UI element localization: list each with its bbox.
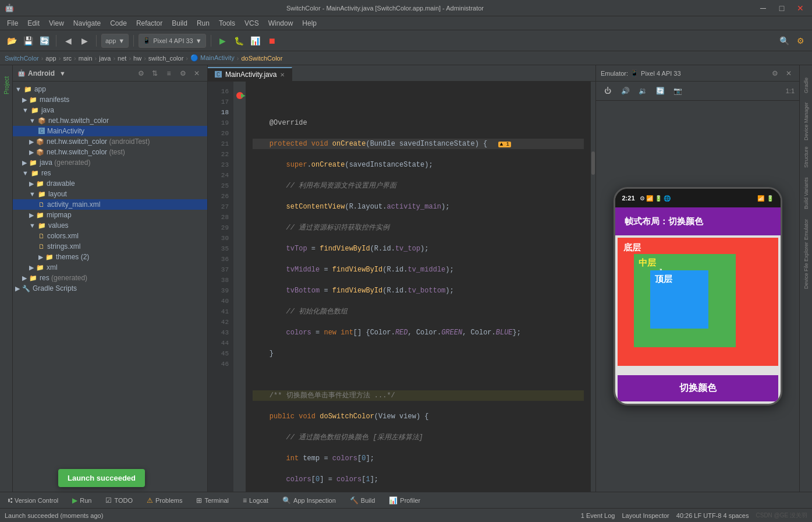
gear-action[interactable]: ⚙ (177, 68, 189, 79)
phone-switch-button[interactable]: 切换颜色 (618, 375, 778, 401)
emulator-volume-down[interactable]: 🔉 (636, 84, 650, 98)
expand-action[interactable]: ⇅ (149, 68, 161, 79)
line-28: 28 (208, 212, 233, 223)
version-control-tool[interactable]: ⑆ Version Control (5, 492, 62, 508)
tree-item-activity-main[interactable]: 🗋 activity_main.xml (13, 199, 207, 210)
tree-item-gradle[interactable]: ▶ 🔧 Gradle Scripts (13, 283, 207, 294)
line-45: 45 (208, 348, 233, 359)
tree-item-package[interactable]: ▼ 📦 net.hw.switch_color (13, 115, 207, 126)
project-tool-button[interactable]: Project (1, 68, 12, 103)
menu-refactor[interactable]: Refactor (132, 18, 167, 29)
close-sidebar[interactable]: ✕ (191, 68, 203, 79)
debug-button[interactable]: 🐛 (232, 34, 246, 48)
minimize-button[interactable]: ─ (756, 1, 770, 15)
terminal-tool[interactable]: ⊞ Terminal (193, 492, 232, 508)
menu-navigate[interactable]: Navigate (69, 18, 105, 29)
breadcrumb-switchcolor[interactable]: SwitchColor (5, 55, 39, 62)
device-file-explorer-button[interactable]: Device File Explorer (800, 248, 812, 283)
tree-item-drawable[interactable]: ▶ 📁 drawable (13, 178, 207, 189)
breadcrumb-mainactivity[interactable]: 🔵 MainActivity (190, 54, 235, 62)
sync-action[interactable]: ⚙ (135, 68, 147, 79)
profiler-tool[interactable]: 📊 Profiler (385, 492, 424, 508)
tree-item-colors[interactable]: 🗋 colors.xml (13, 231, 207, 241)
toolbar-open[interactable]: 📂 (5, 34, 19, 48)
structure-tool-button[interactable]: Structure (800, 140, 812, 175)
close-button[interactable]: ✕ (793, 1, 807, 15)
line-numbers: 16 17 18 19 20 21 22 23 24 25 26 27 28 2… (208, 82, 234, 492)
device-manager-tool-button[interactable]: Device Manager (800, 104, 812, 139)
code-content[interactable]: @Override protected void onCreate(Bundle… (246, 82, 591, 492)
app-inspection-label: App Inspection (293, 497, 336, 504)
toolbar-save[interactable]: 💾 (21, 34, 35, 48)
event-log-link[interactable]: 1 Event Log (581, 512, 615, 519)
tree-item-layout[interactable]: ▼ 📁 layout (13, 189, 207, 199)
settings-button[interactable]: ⚙ (793, 34, 807, 48)
menu-tools[interactable]: Tools (214, 18, 240, 29)
android-dropdown-icon[interactable]: ▼ (59, 70, 66, 77)
tree-item-test[interactable]: ▶ 📦 net.hw.switch_color (test) (13, 147, 207, 157)
breadcrumb-src[interactable]: src (63, 55, 72, 62)
maximize-button[interactable]: □ (775, 1, 789, 15)
emulator-power[interactable]: ⏻ (601, 84, 615, 98)
scrollbar-thumb[interactable] (591, 151, 595, 175)
app-inspection-tool[interactable]: 🔍 App Inspection (279, 492, 339, 508)
tree-item-java[interactable]: ▼ 📁 java (13, 105, 207, 115)
breadcrumb-main[interactable]: main (79, 55, 93, 62)
menu-view[interactable]: View (44, 18, 69, 29)
breadcrumb-hw[interactable]: hw (133, 55, 141, 62)
tree-item-res-gen[interactable]: ▶ 📁 res (generated) (13, 273, 207, 283)
problems-tool[interactable]: ⚠ Problems (143, 492, 186, 508)
breadcrumb-switch-color[interactable]: switch_color (148, 55, 184, 62)
tree-item-strings[interactable]: 🗋 strings.xml (13, 241, 207, 252)
breadcrumb-app[interactable]: app (45, 55, 56, 62)
menu-build[interactable]: Build (167, 18, 192, 29)
breadcrumb-net[interactable]: net (118, 55, 126, 62)
menu-vcs[interactable]: VCS (240, 18, 264, 29)
tree-item-res[interactable]: ▼ 📁 res (13, 168, 207, 178)
menu-code[interactable]: Code (105, 18, 132, 29)
menu-file[interactable]: File (2, 18, 23, 29)
build-tool[interactable]: 🔨 Build (346, 492, 378, 508)
run-tool[interactable]: ▶ Run (69, 492, 95, 508)
logcat-tool[interactable]: ≡ Logcat (239, 492, 272, 508)
menu-run[interactable]: Run (192, 18, 214, 29)
build-variants-tool-button[interactable]: Build Variants (800, 176, 812, 211)
toolbar-forward[interactable]: ▶ (77, 34, 91, 48)
breadcrumb-java[interactable]: java (99, 55, 111, 62)
toolbar-sync[interactable]: 🔄 (37, 34, 51, 48)
tree-item-manifests[interactable]: ▶ 📁 manifests (13, 94, 207, 105)
tree-item-themes[interactable]: ▶ 📁 themes (2) (13, 252, 207, 262)
layout-inspector-link[interactable]: Layout Inspector (622, 512, 669, 519)
toolbar-back[interactable]: ◀ (61, 34, 75, 48)
emulator-screenshot[interactable]: 📷 (671, 84, 685, 98)
run-button[interactable]: ▶ (216, 34, 230, 48)
breadcrumb-doswitchcolor[interactable]: doSwitchColor (241, 55, 282, 62)
app-selector[interactable]: app ▼ (101, 34, 129, 48)
tree-item-androidtest[interactable]: ▶ 📦 net.hw.switch_color (androidTest) (13, 136, 207, 147)
tree-item-xml[interactable]: ▶ 📁 xml (13, 262, 207, 273)
stop-button[interactable]: ⏹ (265, 34, 279, 48)
menu-help[interactable]: Help (297, 18, 321, 29)
tree-item-mainactivity[interactable]: 🅲 MainActivity (13, 126, 207, 136)
code-editor[interactable]: 16 17 18 19 20 21 22 23 24 25 26 27 28 2… (208, 82, 595, 492)
emulator-rotate[interactable]: 🔄 (653, 84, 667, 98)
tab-close[interactable]: ✕ (280, 72, 285, 78)
editor-tab-mainactivity[interactable]: 🅲 MainActivity.java ✕ (208, 67, 292, 81)
profile-button[interactable]: 📊 (249, 34, 263, 48)
tree-item-values[interactable]: ▼ 📁 values (13, 220, 207, 231)
search-everywhere-button[interactable]: 🔍 (777, 34, 791, 48)
menu-edit[interactable]: Edit (23, 18, 44, 29)
tree-item-app[interactable]: ▼ 📁 app (13, 84, 207, 94)
device-selector[interactable]: 📱 Pixel 4 API 33 ▼ (139, 34, 205, 48)
menu-window[interactable]: Window (264, 18, 298, 29)
todo-tool[interactable]: ☑ TODO (102, 492, 136, 508)
gradle-tool-button[interactable]: Gradle (800, 68, 812, 103)
collapse-action[interactable]: ≡ (163, 68, 175, 79)
tree-item-mipmap[interactable]: ▶ 📁 mipmap (13, 210, 207, 220)
line-16: 16 (208, 86, 233, 97)
tree-item-java-gen[interactable]: ▶ 📁 java (generated) (13, 157, 207, 168)
vertical-scrollbar[interactable] (591, 82, 595, 492)
emulator-volume-up[interactable]: 🔊 (618, 84, 632, 98)
emulator-settings[interactable]: ⚙ (769, 68, 781, 79)
emulator-close[interactable]: ✕ (783, 68, 795, 79)
